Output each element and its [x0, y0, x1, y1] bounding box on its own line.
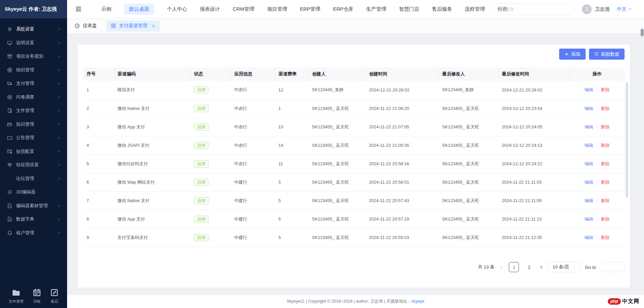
avatar[interactable]: 卫: [582, 4, 592, 14]
top-nav-tab[interactable]: 项目管理: [267, 4, 287, 15]
top-nav-tab[interactable]: CRM管理: [233, 4, 254, 15]
delete-link[interactable]: 删除: [601, 198, 610, 203]
delete-link[interactable]: 删除: [601, 235, 610, 240]
table-scrollbar[interactable]: [626, 82, 628, 198]
top-nav-tab[interactable]: 示例: [101, 4, 111, 15]
action-divider: [597, 180, 597, 184]
sidebar-item-label: 支付管理: [16, 80, 57, 86]
sidebar-item[interactable]: 项目业务规划: [0, 50, 67, 63]
edit-link[interactable]: 编辑: [585, 124, 593, 129]
cell-modified-time: 2024-12-12 20:23:54: [498, 99, 570, 118]
page-size-select[interactable]: 10 条/页: [548, 262, 580, 272]
sidebar-item[interactable]: 知识管理: [0, 118, 67, 131]
cell-index: 2: [83, 99, 114, 118]
cell-modified-time: 2024-11-22 21:11:03: [498, 173, 570, 191]
top-nav-tab[interactable]: ERP仓库: [333, 4, 354, 15]
top-nav-tab[interactable]: 个人中心: [167, 4, 187, 15]
top-nav-tab[interactable]: ERP管理: [300, 4, 320, 15]
sidebar-item[interactable]: 组织管理: [0, 63, 67, 77]
sidebar-item[interactable]: 问卷调查: [0, 90, 67, 104]
cell-modifier: SK123455_ 蓝天旺: [439, 155, 498, 173]
next-page-icon[interactable]: [539, 265, 543, 269]
skyeye-link[interactable]: skyeye: [411, 299, 424, 304]
page-scrollbar[interactable]: [641, 29, 644, 36]
delete-link[interactable]: 删除: [601, 180, 610, 185]
top-nav-tab[interactable]: 报表设计: [200, 4, 220, 15]
dock-item-label: 笔记: [51, 299, 58, 304]
status-badge: 启用: [194, 123, 209, 131]
add-button[interactable]: 添加: [559, 49, 586, 60]
sidebar-item[interactable]: 短信配置: [0, 145, 67, 159]
monitor-icon: [7, 40, 12, 46]
cell-channel-name: 微信 Native 支付: [114, 191, 191, 210]
sidebar-item[interactable]: 支付管理: [0, 77, 67, 90]
top-nav-tab[interactable]: 售后服务: [432, 4, 452, 15]
plus-icon: [565, 52, 569, 56]
edit-link[interactable]: 编辑: [585, 217, 593, 222]
page-number[interactable]: 1: [509, 262, 519, 272]
sidebar-item[interactable]: 3D编辑器: [0, 185, 67, 199]
sidebar-item[interactable]: 公告管理: [0, 131, 67, 145]
edit-link[interactable]: 编辑: [585, 198, 593, 203]
username[interactable]: 卫志强: [595, 6, 610, 12]
tab-payment-channel[interactable]: 支付渠道管理: [106, 20, 160, 32]
goto-page-input[interactable]: [600, 262, 625, 272]
delete-link[interactable]: 删除: [601, 143, 610, 148]
sidebar-item[interactable]: R 数据字典: [0, 212, 67, 226]
top-nav-tab[interactable]: 智慧门店: [399, 4, 419, 15]
edit-link[interactable]: 编辑: [585, 143, 593, 148]
delete-link[interactable]: 删除: [601, 87, 610, 92]
footer: Skyeye云 | Copyright © 2018~2024 | author…: [67, 295, 644, 308]
dock-item[interactable]: 文件管理: [9, 289, 23, 304]
sidebar-item[interactable]: 论坛管理: [0, 172, 67, 186]
cell-rate: 5: [275, 191, 309, 210]
column-header: 应用信息: [231, 67, 275, 81]
sidebar-item[interactable]: 说明设置: [0, 36, 67, 50]
dock-item[interactable]: 笔记: [50, 289, 58, 304]
language-label: 中文: [617, 6, 627, 12]
prev-page-icon[interactable]: [499, 265, 504, 269]
language-switcher[interactable]: 中文: [617, 6, 632, 12]
column-header: 序号: [83, 67, 114, 81]
chevron-down-icon: [628, 7, 632, 11]
cell-creator: SK123455_ 蓝天旺: [309, 173, 366, 191]
table-row: 2 微信 Native 支付 启用 中农行 1 SK123455_ 蓝天旺 20…: [83, 99, 625, 118]
column-header: 创建人: [309, 67, 366, 81]
edit-link[interactable]: 编辑: [585, 235, 593, 240]
sidebar-item[interactable]: 轻应用设置: [0, 158, 67, 172]
delete-link[interactable]: 删除: [601, 124, 610, 129]
sidebar-item[interactable]: P 编辑器素材管理: [0, 199, 67, 213]
cell-app-info: 中农行: [231, 118, 275, 136]
sidebar-item[interactable]: 租户管理: [0, 226, 67, 240]
page-number[interactable]: 2: [524, 262, 534, 272]
top-nav-tab[interactable]: 生产管理: [366, 4, 386, 15]
collapse-sidebar-icon[interactable]: [75, 6, 82, 12]
dock-item-label: 文件管理: [9, 299, 23, 304]
sidebar-item[interactable]: 文件管理: [0, 104, 67, 118]
top-nav-tab[interactable]: 流程管理: [465, 4, 485, 15]
sidebar-item[interactable]: 系统设置: [0, 22, 67, 36]
close-icon[interactable]: [151, 24, 156, 28]
tab-dashboard[interactable]: 仪表盘: [74, 23, 97, 29]
chevron-down-icon: [57, 217, 61, 221]
top-nav-tab[interactable]: 默认桌面: [124, 4, 154, 15]
dock-item[interactable]: 日程: [33, 289, 41, 304]
truck-icon: [7, 81, 12, 86]
action-divider: [597, 162, 597, 166]
refresh-button[interactable]: 刷新数据: [589, 49, 625, 60]
edit-link[interactable]: 编辑: [585, 87, 593, 92]
edit-link[interactable]: 编辑: [585, 161, 593, 166]
cell-modified-time: 2024-12-21 20:28:02: [498, 81, 570, 99]
edit-link[interactable]: 编辑: [585, 180, 593, 185]
table-row: 4 微信 JSAPI 支付 启用 中农行 14 SK123455_ 蓝天旺 20…: [83, 136, 625, 155]
cell-app-info: 中农行: [231, 99, 275, 118]
edit-link[interactable]: 编辑: [585, 106, 593, 111]
cell-modified-time: 2024-12-12 20:24:22: [498, 155, 570, 173]
sidebar-item-label: 系统设置: [16, 26, 57, 32]
delete-link[interactable]: 删除: [601, 106, 610, 111]
sidebar-dock: 文件管理 日程 笔记: [0, 289, 67, 308]
column-header: 渠道编码: [114, 67, 191, 81]
search-input[interactable]: [505, 7, 569, 12]
delete-link[interactable]: 删除: [601, 161, 610, 166]
delete-link[interactable]: 删除: [601, 217, 610, 222]
